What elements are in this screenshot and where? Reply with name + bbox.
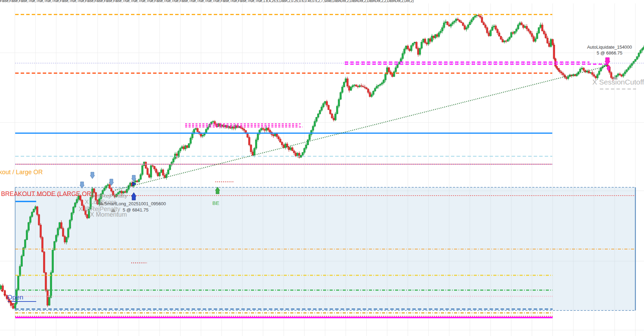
candlestick-chart-canvas[interactable] (0, 0, 644, 336)
trading-chart-window: False,False,False,True,True,True,True,Fa… (0, 0, 644, 336)
